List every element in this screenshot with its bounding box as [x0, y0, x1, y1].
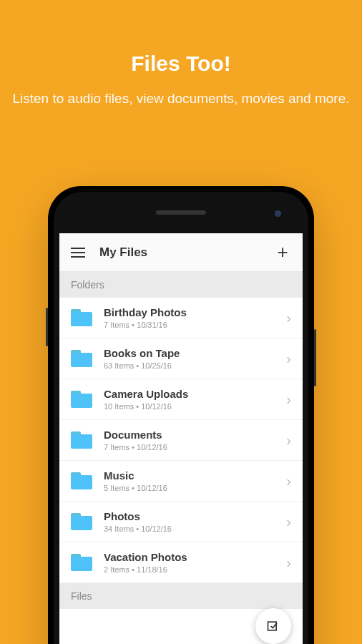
app-screen: My Files + Folders Birthday Photos7 Item…	[59, 233, 303, 644]
phone-sensor	[275, 210, 281, 217]
phone-speaker	[156, 210, 206, 215]
folder-row[interactable]: Vacation Photos2 Items • 11/18/16›	[59, 542, 303, 583]
folder-row[interactable]: Music5 Items • 10/12/16›	[59, 461, 303, 502]
multiselect-fab[interactable]	[255, 608, 291, 644]
folder-name: Birthday Photos	[104, 306, 286, 318]
folder-meta: 2 Items • 11/18/16	[104, 565, 286, 574]
folder-text: Vacation Photos2 Items • 11/18/16	[104, 551, 286, 574]
section-header-files: Files	[59, 583, 303, 609]
folder-meta: 5 Items • 10/12/16	[104, 484, 286, 492]
folder-text: Music5 Items • 10/12/16	[104, 469, 286, 492]
promo-subtitle: Listen to audio files, view documents, m…	[0, 89, 362, 109]
folder-name: Vacation Photos	[104, 551, 286, 563]
promo-banner: Files Too! Listen to audio files, view d…	[0, 0, 362, 109]
folder-text: Photos34 Items • 10/12/16	[104, 510, 286, 533]
folder-meta: 7 Items • 10/12/16	[104, 443, 286, 452]
folder-icon	[71, 391, 92, 408]
menu-icon[interactable]	[71, 248, 85, 258]
chevron-right-icon: ›	[286, 351, 291, 367]
chevron-right-icon: ›	[286, 473, 291, 489]
chevron-right-icon: ›	[286, 555, 291, 571]
folder-name: Documents	[104, 429, 286, 441]
chevron-right-icon: ›	[286, 391, 291, 408]
folder-icon	[71, 350, 92, 367]
page-title: My Files	[99, 245, 274, 260]
folder-meta: 34 Items • 10/12/16	[104, 525, 286, 533]
folder-text: Documents7 Items • 10/12/16	[104, 429, 286, 452]
folder-text: Birthday Photos7 Items • 10/31/16	[104, 306, 286, 329]
folder-name: Photos	[104, 510, 286, 522]
folder-row[interactable]: Books on Tape63 Items • 10/25/16›	[59, 338, 303, 379]
phone-side-button-right	[314, 329, 316, 386]
section-header-folders: Folders	[59, 272, 303, 298]
file-list[interactable]: Folders Birthday Photos7 Items • 10/31/1…	[59, 272, 303, 644]
phone-side-button-left	[46, 308, 48, 346]
chevron-right-icon: ›	[286, 432, 291, 449]
folder-meta: 63 Items • 10/25/16	[104, 361, 286, 370]
folder-name: Camera Uploads	[104, 388, 286, 400]
folder-name: Books on Tape	[104, 347, 286, 359]
folder-icon	[71, 472, 92, 489]
folder-icon	[71, 554, 92, 571]
folder-row[interactable]: Photos34 Items • 10/12/16›	[59, 502, 303, 542]
chevron-right-icon: ›	[286, 514, 291, 530]
add-button[interactable]: +	[274, 241, 291, 263]
folder-row[interactable]: Camera Uploads10 Items • 10/12/16›	[59, 379, 303, 420]
folder-row[interactable]: Documents7 Items • 10/12/16›	[59, 420, 303, 461]
phone-frame: My Files + Folders Birthday Photos7 Item…	[48, 186, 314, 644]
folder-text: Books on Tape63 Items • 10/25/16	[104, 347, 286, 370]
phone-bezel-top	[54, 192, 308, 233]
folder-name: Music	[104, 469, 286, 482]
app-bar: My Files +	[59, 233, 303, 272]
chevron-right-icon: ›	[286, 310, 291, 326]
folder-meta: 7 Items • 10/31/16	[104, 321, 286, 329]
folder-icon	[71, 309, 92, 326]
folder-meta: 10 Items • 10/12/16	[104, 402, 286, 411]
promo-title: Files Too!	[0, 52, 362, 76]
folder-text: Camera Uploads10 Items • 10/12/16	[104, 388, 286, 411]
folder-row[interactable]: Birthday Photos7 Items • 10/31/16›	[59, 298, 303, 338]
fab-stack	[255, 608, 291, 644]
folder-icon	[71, 513, 92, 530]
folder-icon	[71, 431, 92, 449]
